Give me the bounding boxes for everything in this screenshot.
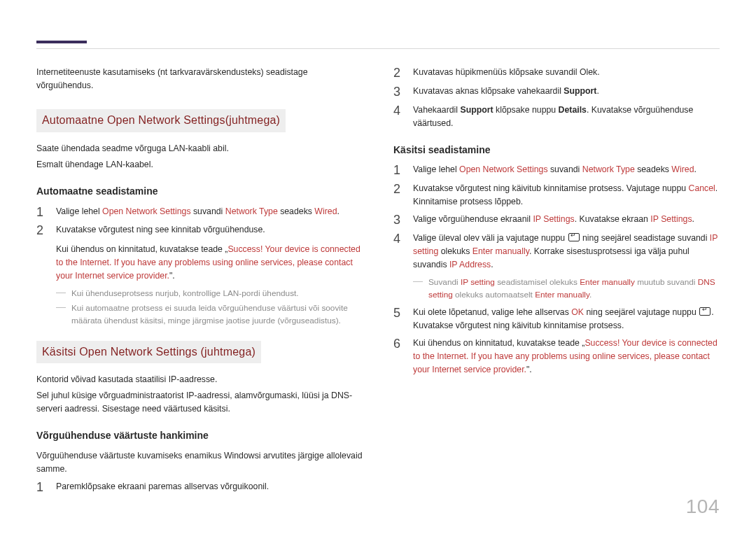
text-line: Kuvatakse võrgutest ning see kinnitab võ… <box>56 223 363 237</box>
text-highlight: IP setting <box>461 277 495 287</box>
values-step-2: 2 Kuvatavas hüpikmenüüs klõpsake suvandi… <box>393 66 720 80</box>
text-fragment: seadistamisel olekuks <box>495 277 580 287</box>
text-highlight: Enter manually <box>535 290 589 300</box>
enter-icon <box>699 307 710 316</box>
note-ip-setting: ― Suvandi IP setting seadistamisel oleku… <box>393 276 720 302</box>
text-bold: Support <box>564 86 596 96</box>
text-highlight: Network Type <box>225 206 278 216</box>
paragraph-lan-connect: Saate ühendada seadme võrguga LAN-kaabli… <box>36 142 363 155</box>
text-fragment: Suvandi <box>428 277 461 287</box>
paragraph-lan-cable: Esmalt ühendage LAN-kaabel. <box>36 158 363 171</box>
text-highlight: Open Network Settings <box>102 206 190 216</box>
page-number: 104 <box>686 491 720 521</box>
text-fragment: Valige võrguühenduse ekraanil <box>413 214 533 224</box>
values-step-3: 3 Kuvatavas aknas klõpsake vahekaardil S… <box>393 85 720 99</box>
step-text: Paremklõpsake ekraani paremas allservas … <box>56 480 363 493</box>
text-fragment: ning seejärel seadistage suvandi <box>580 233 710 243</box>
note-text: Suvandi IP setting seadistamisel olekuks… <box>428 276 720 302</box>
manual-step-5: 5 Kui olete lõpetanud, valige lehe allse… <box>393 306 720 332</box>
step-text: Valige lehel Open Network Settings suvan… <box>56 205 363 218</box>
step-number: 2 <box>393 182 403 197</box>
note-bullet: ― <box>56 287 66 297</box>
step-number: 4 <box>393 104 403 118</box>
note-auto-fail: ― Kui automaatne protsess ei suuda leida… <box>36 302 363 328</box>
text-fragment: seadeks <box>635 164 672 174</box>
step-text: Kui ühendus on kinnitatud, kuvatakse tea… <box>413 337 720 377</box>
manual-step-6: 6 Kui ühendus on kinnitatud, kuvatakse t… <box>393 337 720 377</box>
auto-step-1: 1 Valige lehel Open Network Settings suv… <box>36 205 363 220</box>
step-text: Valige lehel Open Network Settings suvan… <box>413 163 720 176</box>
step-text: Valige võrguühenduse ekraanil IP Setting… <box>413 213 720 226</box>
text-highlight: Wired <box>671 164 694 174</box>
text-highlight: IP Address <box>449 260 491 269</box>
step-number: 2 <box>393 66 403 80</box>
step-number: 1 <box>393 163 403 178</box>
text-bold: Details <box>559 105 587 115</box>
text-fragment: muutub suvandi <box>635 277 698 287</box>
step-number: 5 <box>393 306 403 321</box>
text-bold: Support <box>460 105 493 115</box>
step-number: 4 <box>393 232 403 246</box>
auto-step-2: 2 Kuvatakse võrgutest ning see kinnitab … <box>36 223 363 282</box>
text-fragment: Vahekaardil <box>413 105 460 115</box>
step-text: Kuvatavas hüpikmenüüs klõpsake suvandil … <box>413 66 720 79</box>
step-text: Kui olete lõpetanud, valige lehe allserv… <box>413 306 720 332</box>
text-highlight: IP Settings <box>533 214 574 224</box>
text-fragment: suvandi <box>548 164 582 174</box>
manual-step-3: 3 Valige võrguühenduse ekraanil IP Setti… <box>393 213 720 227</box>
step-number: 2 <box>36 223 46 238</box>
header-divider <box>36 48 720 49</box>
text-fragment: ning seejärel vajutage nuppu <box>584 307 699 317</box>
intro-paragraph: Internetiteenuste kasutamiseks (nt tarkv… <box>36 66 363 92</box>
text-fragment: ". <box>526 365 532 374</box>
step-text: Kuvatakse võrgutest ning see kinnitab võ… <box>56 223 363 282</box>
text-fragment: Kui olete lõpetanud, valige lehe allserv… <box>413 307 571 317</box>
text-fragment: . <box>337 206 339 216</box>
note-bullet: ― <box>413 276 423 286</box>
values-step-4: 4 Vahekaardil Support klõpsake nuppu Det… <box>393 104 720 130</box>
text-highlight: OK <box>571 307 584 317</box>
text-line: Kui ühendus on kinnitatud, kuvatakse tea… <box>56 243 363 283</box>
step-text: Kuvatavas aknas klõpsake vahekaardil Sup… <box>413 85 720 98</box>
text-fragment: Valige lehel <box>56 206 102 216</box>
text-highlight: Open Network Settings <box>459 164 547 174</box>
text-fragment: olekuks automaatselt <box>453 290 535 300</box>
text-highlight: Wired <box>314 206 337 216</box>
text-fragment: Valige üleval olev väli ja vajutage nupp… <box>413 233 568 243</box>
text-fragment: olekuks <box>438 246 472 256</box>
manual-step-4: 4 Valige üleval olev väli ja vajutage nu… <box>393 232 720 272</box>
note-text: Kui ühenduseprotsess nurjub, kontrollige… <box>71 287 363 300</box>
subheading-obtain-values: Võrguühenduse väärtuste hankimine <box>36 428 363 444</box>
step-number: 6 <box>393 337 403 351</box>
subheading-manual-setup: Käsitsi seadistamine <box>393 143 720 158</box>
text-fragment: . <box>589 290 592 300</box>
text-fragment: . <box>596 86 598 96</box>
note-connection-fail: ― Kui ühenduseprotsess nurjub, kontrolli… <box>36 287 363 300</box>
text-fragment: Kuvatavas aknas klõpsake vahekaardil <box>413 86 564 96</box>
text-fragment: suvandi <box>191 206 225 216</box>
text-fragment: . <box>692 214 694 224</box>
subheading-auto-setup: Automaatne seadistamine <box>36 184 363 199</box>
step-text: Vahekaardil Support klõpsake nuppu Detai… <box>413 104 720 130</box>
paragraph-static-ip: Kontorid võivad kasutada staatilisi IP-a… <box>36 373 363 386</box>
text-highlight: Network Type <box>582 164 635 174</box>
manual-step-1: 1 Valige lehel Open Network Settings suv… <box>393 163 720 178</box>
step-number: 1 <box>36 205 46 220</box>
note-bullet: ― <box>56 302 66 312</box>
note-text: Kui automaatne protsess ei suuda leida v… <box>71 302 363 328</box>
manual-page: Internetiteenuste kasutamiseks (nt tarkv… <box>0 0 756 534</box>
text-fragment: Kui ühendus on kinnitatud, kuvatakse tea… <box>413 338 584 348</box>
step-text: Valige üleval olev väli ja vajutage nupp… <box>413 232 720 272</box>
text-fragment: . <box>491 260 493 269</box>
header-accent-bar <box>36 41 87 43</box>
text-highlight: Enter manually <box>580 277 635 287</box>
text-fragment: seadeks <box>278 206 315 216</box>
left-column: Internetiteenuste kasutamiseks (nt tarkv… <box>36 66 363 499</box>
text-fragment: . Kuvatakse ekraan <box>575 214 651 224</box>
manual-step-2: 2 Kuvatakse võrgutest ning käivitub kinn… <box>393 182 720 209</box>
paragraph-windows-steps: Võrguühenduse väärtuste kuvamiseks enami… <box>36 449 363 476</box>
text-highlight: Cancel <box>689 183 715 193</box>
text-fragment: ". <box>169 271 175 281</box>
right-column: 2 Kuvatavas hüpikmenüüs klõpsake suvandi… <box>393 66 720 499</box>
values-step-1: 1 Paremklõpsake ekraani paremas allserva… <box>36 480 363 495</box>
